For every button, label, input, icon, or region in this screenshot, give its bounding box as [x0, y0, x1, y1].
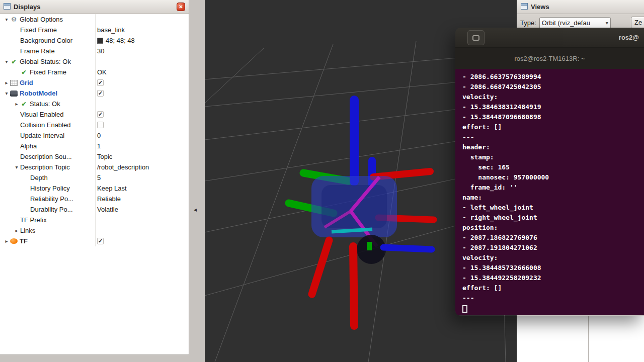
- tree-row-label: Collision Enabled: [20, 121, 70, 129]
- property-value[interactable]: Volatile: [97, 206, 118, 213]
- terminal-line: effort: []: [462, 284, 644, 294]
- views-panel-icon: [521, 3, 528, 11]
- terminal-body[interactable]: - 2086.6637576389994- 2086.6687425042305…: [455, 69, 644, 315]
- tree-row-fixed-frame[interactable]: ✔Fixed FrameOK: [0, 67, 189, 77]
- tree-row-label: Global Options: [20, 16, 63, 23]
- row-indent: [0, 104, 13, 104]
- tree-row-label: History Policy: [30, 185, 70, 192]
- tree-row-visual-enabled[interactable]: Visual Enabled✓: [0, 109, 189, 120]
- tree-row-label: Visual Enabled: [20, 111, 64, 118]
- terminal-line: effort: []: [462, 123, 644, 133]
- terminal-line: - 15.384485732666008: [462, 264, 644, 274]
- close-icon[interactable]: ✕: [177, 3, 185, 11]
- tf-axes-icon: [10, 238, 18, 244]
- tree-row-label: Grid: [20, 79, 33, 86]
- property-value[interactable]: 48; 48; 48: [106, 37, 135, 44]
- panel-divider: [588, 316, 589, 362]
- expander-down-icon[interactable]: ▾: [3, 90, 10, 96]
- terminal-line: ---: [462, 294, 644, 304]
- property-value[interactable]: Reliable: [97, 195, 121, 203]
- zero-button[interactable]: Ze: [631, 17, 644, 29]
- terminal-line: - right_wheel_joint: [462, 214, 644, 224]
- tree-row-value: Topic: [97, 153, 112, 160]
- terminal-line: velocity:: [462, 254, 644, 264]
- terminal-titlebar[interactable]: ros2@: [455, 28, 644, 48]
- row-indent: [0, 51, 13, 51]
- expander-right-icon[interactable]: ▸: [3, 238, 10, 244]
- displays-panel-header[interactable]: Displays ✕: [0, 0, 189, 14]
- tree-row-global-status-ok[interactable]: ▾✔Global Status: Ok: [0, 56, 189, 67]
- tree-row-frame-rate[interactable]: Frame Rate30: [0, 46, 189, 56]
- tree-row-links[interactable]: ▸Links: [0, 225, 189, 236]
- row-indent: [0, 146, 13, 146]
- view-type-dropdown[interactable]: Orbit (rviz_defau ▾: [539, 17, 611, 29]
- property-value[interactable]: Keep Last: [97, 185, 127, 192]
- tree-row-value: base_link: [97, 26, 125, 34]
- terminal-line: - 2086.6687425042305: [462, 83, 644, 93]
- checkbox[interactable]: ✓: [97, 90, 104, 97]
- terminal-tab[interactable]: ros2@ros2-TM1613R: ~: [455, 48, 644, 69]
- tree-row-background-color[interactable]: Background Color48; 48; 48: [0, 35, 189, 46]
- panel-collapse-arrow[interactable]: ◂: [194, 206, 197, 213]
- new-tab-button[interactable]: [467, 30, 485, 45]
- tree-row-history-policy[interactable]: History PolicyKeep Last: [0, 183, 189, 194]
- terminal-line: - 2087.186822769076: [462, 234, 644, 244]
- tree-row-value: Reliable: [97, 195, 121, 203]
- displays-tree: ▾⚙Global OptionsFixed Framebase_linkBack…: [0, 14, 189, 246]
- terminal-line: name:: [462, 194, 644, 204]
- terminal-line: - 2086.6637576389994: [462, 73, 644, 83]
- tree-row-update-interval[interactable]: Update Interval0: [0, 130, 189, 141]
- property-value[interactable]: base_link: [97, 26, 125, 34]
- tree-row-description-topic[interactable]: ▾Description Topic/robot_description: [0, 162, 189, 172]
- tree-row-status-ok[interactable]: ▸✔Status: Ok: [0, 99, 189, 109]
- tree-row-label: RobotModel: [20, 89, 57, 97]
- tree-row-global-options[interactable]: ▾⚙Global Options: [0, 14, 189, 25]
- expander-right-icon[interactable]: ▸: [3, 80, 10, 85]
- tree-row-label: Alpha: [20, 142, 37, 150]
- tree-row-value: 1: [97, 142, 101, 150]
- tree-row-collision-enabled[interactable]: Collision Enabled: [0, 120, 189, 130]
- expander-down-icon[interactable]: ▾: [3, 59, 10, 64]
- property-value[interactable]: Topic: [97, 153, 112, 160]
- tree-row-alpha[interactable]: Alpha1: [0, 141, 189, 151]
- tree-row-durability-po[interactable]: Durability Po...Volatile: [0, 204, 189, 215]
- row-indent: [0, 72, 13, 72]
- tree-row-description-sou[interactable]: Description Sou...Topic: [0, 151, 189, 162]
- expander-down-icon[interactable]: ▾: [13, 164, 20, 170]
- tree-row-label: Links: [20, 227, 35, 234]
- checkbox[interactable]: ✓: [97, 238, 104, 244]
- tree-row-value: 30: [97, 47, 104, 55]
- checkbox[interactable]: ✓: [97, 79, 104, 86]
- row-indent: [0, 188, 23, 189]
- expander-right-icon[interactable]: ▸: [13, 101, 20, 107]
- tree-row-grid[interactable]: ▸Grid✓: [0, 77, 189, 88]
- tree-row-tf-prefix[interactable]: TF Prefix: [0, 215, 189, 225]
- views-panel-header[interactable]: Views: [517, 0, 644, 14]
- terminal-window-title: ros2@: [619, 28, 639, 48]
- tree-row-tf[interactable]: ▸TF✓: [0, 236, 189, 246]
- terminal-line: - 15.384638312484919: [462, 103, 644, 113]
- tree-row-label: Reliability Po...: [30, 195, 73, 203]
- tree-row-depth[interactable]: Depth5: [0, 172, 189, 183]
- property-value[interactable]: 5: [97, 174, 101, 182]
- tree-row-fixed-frame[interactable]: Fixed Framebase_link: [0, 25, 189, 35]
- property-value[interactable]: 30: [97, 47, 104, 55]
- displays-panel-title: Displays: [14, 3, 174, 11]
- views-panel-body: [517, 316, 644, 362]
- new-tab-icon: [472, 35, 479, 41]
- tree-row-robotmodel[interactable]: ▾RobotModel✓: [0, 88, 189, 99]
- property-value[interactable]: 1: [97, 142, 101, 150]
- checkbox[interactable]: ✓: [97, 111, 104, 118]
- tree-row-reliability-po[interactable]: Reliability Po...Reliable: [0, 194, 189, 204]
- tree-row-label: Depth: [30, 174, 48, 182]
- property-value[interactable]: OK: [97, 68, 107, 76]
- terminal-line: - left_wheel_joint: [462, 204, 644, 214]
- chevron-down-icon: ▾: [606, 20, 608, 26]
- property-value[interactable]: /robot_description: [97, 163, 149, 171]
- property-value[interactable]: 0: [97, 132, 101, 139]
- expander-right-icon[interactable]: ▸: [13, 228, 20, 233]
- terminal-line: velocity:: [462, 93, 644, 103]
- checkbox[interactable]: [97, 122, 104, 128]
- tree-row-label: Update Interval: [20, 132, 64, 139]
- expander-down-icon[interactable]: ▾: [3, 17, 10, 22]
